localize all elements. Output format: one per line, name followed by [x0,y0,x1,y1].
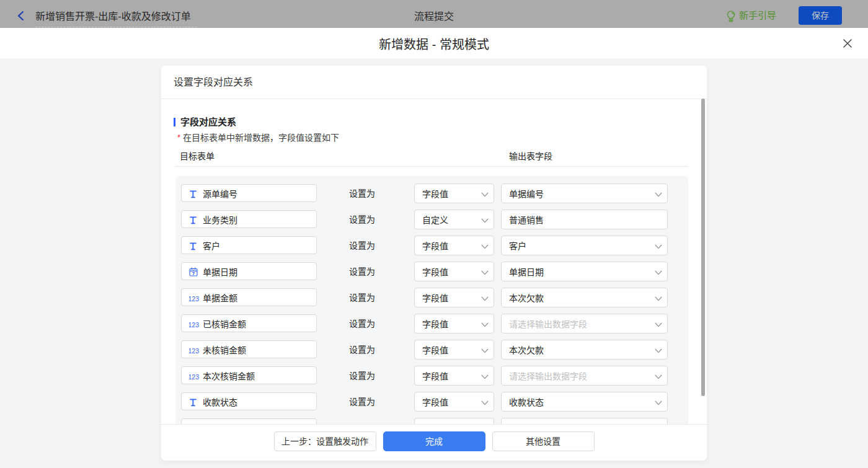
svg-text:123: 123 [189,373,199,381]
svg-text:123: 123 [189,321,199,329]
svg-text:123: 123 [189,295,199,302]
svg-text:123: 123 [189,347,199,355]
